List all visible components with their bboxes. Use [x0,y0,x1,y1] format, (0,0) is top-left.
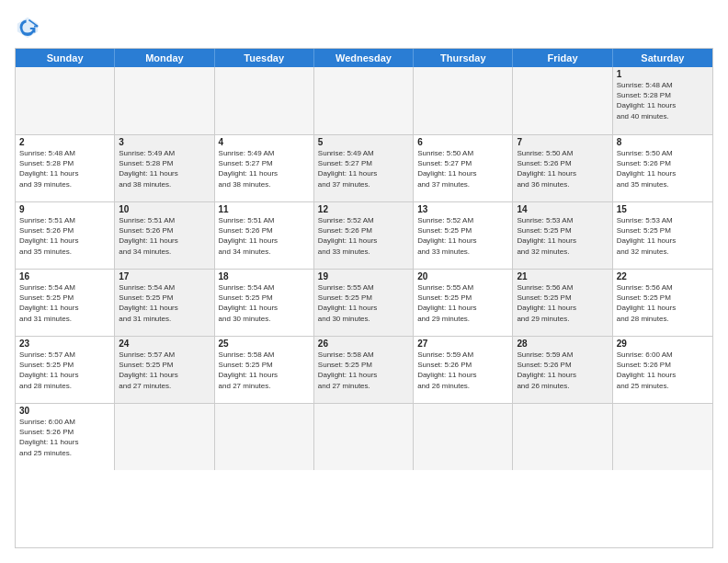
cal-row-4: 23Sunrise: 5:57 AM Sunset: 5:25 PM Dayli… [16,336,712,403]
day-number: 27 [417,339,508,349]
day-number: 23 [19,339,110,349]
cal-cell: 22Sunrise: 5:56 AM Sunset: 5:25 PM Dayli… [613,270,712,336]
cal-cell [513,67,612,134]
day-number: 22 [617,271,709,282]
day-number: 5 [318,137,409,147]
cal-cell: 3Sunrise: 5:49 AM Sunset: 5:28 PM Daylig… [115,135,214,201]
cal-cell: 5Sunrise: 5:49 AM Sunset: 5:27 PM Daylig… [314,135,414,201]
cell-info: Sunrise: 5:53 AM Sunset: 5:25 PM Dayligh… [517,215,608,257]
cal-cell: 15Sunrise: 5:53 AM Sunset: 5:25 PM Dayli… [613,202,712,269]
cal-header-monday: Monday [115,49,214,67]
cal-cell [414,404,513,470]
calendar-header: SundayMondayTuesdayWednesdayThursdayFrid… [16,49,712,67]
cal-cell [215,404,314,470]
day-number: 20 [417,271,508,282]
cal-cell: 10Sunrise: 5:51 AM Sunset: 5:26 PM Dayli… [115,202,214,269]
day-number: 10 [119,204,210,214]
logo [15,15,44,40]
cal-header-wednesday: Wednesday [314,49,414,67]
day-number: 1 [617,69,709,79]
day-number: 24 [119,339,210,349]
cell-info: Sunrise: 5:55 AM Sunset: 5:25 PM Dayligh… [318,282,409,324]
cal-row-3: 16Sunrise: 5:54 AM Sunset: 5:25 PM Dayli… [16,269,712,336]
cell-info: Sunrise: 5:54 AM Sunset: 5:25 PM Dayligh… [219,282,310,324]
cal-cell [215,67,314,134]
day-number: 6 [417,137,508,147]
cell-info: Sunrise: 6:00 AM Sunset: 5:26 PM Dayligh… [617,350,709,391]
cal-cell: 2Sunrise: 5:48 AM Sunset: 5:28 PM Daylig… [16,135,115,201]
day-number: 30 [19,406,110,416]
cal-header-tuesday: Tuesday [215,49,314,67]
cell-info: Sunrise: 6:00 AM Sunset: 5:26 PM Dayligh… [19,417,110,458]
cell-info: Sunrise: 5:50 AM Sunset: 5:26 PM Dayligh… [617,148,709,190]
cell-info: Sunrise: 5:58 AM Sunset: 5:25 PM Dayligh… [318,350,409,391]
cal-cell: 12Sunrise: 5:52 AM Sunset: 5:26 PM Dayli… [314,202,414,269]
day-number: 18 [219,271,310,282]
cal-header-thursday: Thursday [414,49,513,67]
cell-info: Sunrise: 5:49 AM Sunset: 5:28 PM Dayligh… [119,148,210,190]
cal-cell: 20Sunrise: 5:55 AM Sunset: 5:25 PM Dayli… [414,270,513,336]
cal-cell: 21Sunrise: 5:56 AM Sunset: 5:25 PM Dayli… [513,270,612,336]
cal-cell: 24Sunrise: 5:57 AM Sunset: 5:25 PM Dayli… [115,337,214,403]
cal-cell: 11Sunrise: 5:51 AM Sunset: 5:26 PM Dayli… [215,202,314,269]
cell-info: Sunrise: 5:58 AM Sunset: 5:25 PM Dayligh… [219,350,310,391]
cal-cell: 6Sunrise: 5:50 AM Sunset: 5:27 PM Daylig… [414,135,513,201]
day-number: 7 [517,137,608,147]
page: SundayMondayTuesdayWednesdayThursdayFrid… [0,0,728,563]
cal-cell: 17Sunrise: 5:54 AM Sunset: 5:25 PM Dayli… [115,270,214,336]
cal-cell: 23Sunrise: 5:57 AM Sunset: 5:25 PM Dayli… [16,337,115,403]
cell-info: Sunrise: 5:51 AM Sunset: 5:26 PM Dayligh… [19,215,110,257]
cell-info: Sunrise: 5:52 AM Sunset: 5:25 PM Dayligh… [417,215,508,257]
cal-cell: 8Sunrise: 5:50 AM Sunset: 5:26 PM Daylig… [613,135,712,201]
cell-info: Sunrise: 5:51 AM Sunset: 5:26 PM Dayligh… [119,215,210,257]
cell-info: Sunrise: 5:55 AM Sunset: 5:25 PM Dayligh… [417,282,508,324]
day-number: 26 [318,339,409,349]
cell-info: Sunrise: 5:50 AM Sunset: 5:26 PM Dayligh… [517,148,608,190]
cal-row-0: 1Sunrise: 5:48 AM Sunset: 5:28 PM Daylig… [16,67,712,134]
cal-cell: 14Sunrise: 5:53 AM Sunset: 5:25 PM Dayli… [513,202,612,269]
calendar-body: 1Sunrise: 5:48 AM Sunset: 5:28 PM Daylig… [16,67,712,470]
cell-info: Sunrise: 5:52 AM Sunset: 5:26 PM Dayligh… [318,215,409,257]
cal-cell [613,404,712,470]
cell-info: Sunrise: 5:54 AM Sunset: 5:25 PM Dayligh… [119,282,210,324]
day-number: 16 [19,271,110,282]
day-number: 28 [517,339,608,349]
cell-info: Sunrise: 5:59 AM Sunset: 5:26 PM Dayligh… [517,350,608,391]
cal-header-sunday: Sunday [16,49,115,67]
day-number: 15 [617,204,709,214]
day-number: 13 [417,204,508,214]
cal-row-1: 2Sunrise: 5:48 AM Sunset: 5:28 PM Daylig… [16,134,712,201]
cal-cell [314,67,414,134]
cal-cell: 27Sunrise: 5:59 AM Sunset: 5:26 PM Dayli… [414,337,513,403]
cal-cell: 18Sunrise: 5:54 AM Sunset: 5:25 PM Dayli… [215,270,314,336]
calendar: SundayMondayTuesdayWednesdayThursdayFrid… [15,48,713,548]
cell-info: Sunrise: 5:50 AM Sunset: 5:27 PM Dayligh… [417,148,508,190]
cal-cell: 25Sunrise: 5:58 AM Sunset: 5:25 PM Dayli… [215,337,314,403]
cell-info: Sunrise: 5:49 AM Sunset: 5:27 PM Dayligh… [318,148,409,190]
day-number: 11 [219,204,310,214]
cell-info: Sunrise: 5:49 AM Sunset: 5:27 PM Dayligh… [219,148,310,190]
day-number: 29 [617,339,709,349]
day-number: 9 [19,204,110,214]
cal-cell [414,67,513,134]
day-number: 21 [517,271,608,282]
day-number: 2 [19,137,110,147]
cal-header-saturday: Saturday [613,49,712,67]
cal-cell: 13Sunrise: 5:52 AM Sunset: 5:25 PM Dayli… [414,202,513,269]
cell-info: Sunrise: 5:51 AM Sunset: 5:26 PM Dayligh… [219,215,310,257]
cell-info: Sunrise: 5:57 AM Sunset: 5:25 PM Dayligh… [19,350,110,391]
cell-info: Sunrise: 5:59 AM Sunset: 5:26 PM Dayligh… [417,350,508,391]
cell-info: Sunrise: 5:56 AM Sunset: 5:25 PM Dayligh… [617,282,709,324]
cal-cell [314,404,414,470]
cal-cell: 4Sunrise: 5:49 AM Sunset: 5:27 PM Daylig… [215,135,314,201]
cal-row-5: 30Sunrise: 6:00 AM Sunset: 5:26 PM Dayli… [16,403,712,470]
day-number: 19 [318,271,409,282]
cal-cell [115,404,214,470]
day-number: 25 [219,339,310,349]
day-number: 3 [119,137,210,147]
cal-cell: 9Sunrise: 5:51 AM Sunset: 5:26 PM Daylig… [16,202,115,269]
cal-cell: 30Sunrise: 6:00 AM Sunset: 5:26 PM Dayli… [16,404,115,470]
cal-cell [16,67,115,134]
day-number: 17 [119,271,210,282]
cal-cell: 7Sunrise: 5:50 AM Sunset: 5:26 PM Daylig… [513,135,612,201]
